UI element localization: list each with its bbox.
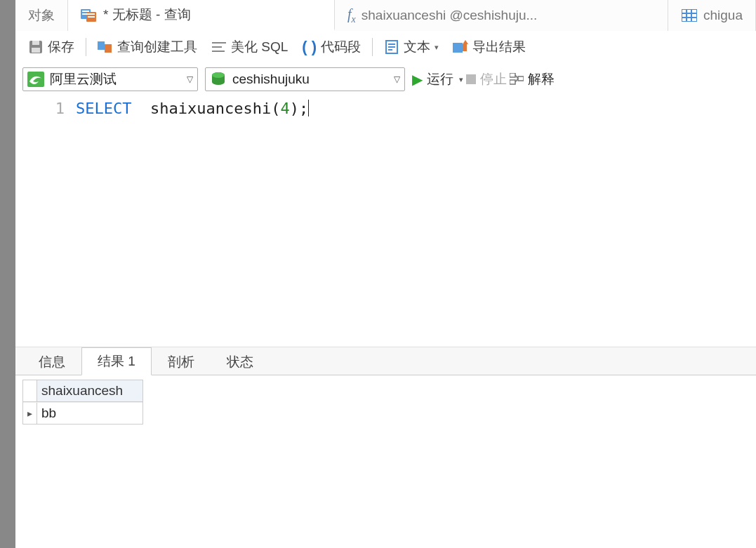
run-button[interactable]: ▶ 运行 ▾ — [412, 70, 463, 88]
result-tab-strip: 信息 结果 1 剖析 状态 — [15, 347, 756, 375]
dropdown-caret-icon: ▾ — [435, 43, 439, 52]
svg-rect-30 — [518, 76, 524, 81]
explain-button[interactable]: 解释 — [510, 70, 555, 88]
line-number: 1 — [15, 100, 65, 117]
tab-chigua-label: chigua — [703, 8, 743, 23]
query-builder-icon — [98, 39, 113, 55]
caret-icon: ▽ — [187, 74, 193, 84]
beautify-button[interactable]: 美化 SQL — [206, 35, 293, 59]
connection-icon — [27, 72, 44, 87]
save-icon — [28, 39, 44, 55]
line-gutter: 1 — [15, 95, 76, 347]
sql-number: 4 — [280, 100, 289, 117]
window-left-gutter — [0, 0, 15, 548]
result-cell[interactable]: bb — [37, 403, 142, 424]
semicolon: ; — [299, 100, 308, 117]
row-marker-icon: ▸ — [23, 403, 37, 424]
separator — [372, 38, 373, 56]
svg-rect-23 — [453, 43, 463, 53]
close-paren: ) — [290, 100, 299, 117]
paren-icon: ( ) — [302, 38, 317, 56]
tab-query-label: * 无标题 - 查询 — [103, 6, 191, 24]
export-icon — [453, 39, 468, 55]
explain-label: 解释 — [528, 70, 555, 88]
svg-rect-25 — [27, 72, 44, 87]
fx-icon: fx — [347, 6, 356, 25]
column-header[interactable]: shaixuancesh — [37, 380, 142, 401]
save-button[interactable]: 保存 — [22, 35, 80, 59]
stop-label: 停止 — [480, 70, 507, 88]
caret-icon: ▽ — [394, 74, 400, 84]
open-paren: ( — [271, 100, 280, 117]
text-icon — [384, 39, 399, 55]
code-area[interactable]: SELECT shaixuanceshi(4); — [76, 95, 756, 347]
table-icon — [681, 8, 698, 23]
tab-query[interactable]: * 无标题 - 查询 — [68, 0, 335, 31]
run-label: 运行 — [427, 70, 453, 88]
query-builder-label: 查询创建工具 — [117, 38, 197, 56]
svg-rect-28 — [510, 73, 515, 77]
svg-rect-6 — [682, 9, 697, 22]
text-cursor — [308, 100, 309, 116]
tab-result[interactable]: 结果 1 — [81, 347, 152, 375]
tab-status[interactable]: 状态 — [211, 348, 270, 375]
text-button[interactable]: 文本 ▾ — [378, 35, 444, 59]
play-icon: ▶ — [412, 71, 423, 88]
tab-info[interactable]: 信息 — [22, 348, 81, 375]
sql-keyword: SELECT — [76, 100, 131, 117]
svg-rect-5 — [88, 16, 95, 18]
connection-select[interactable]: 阿里云测试 ▽ — [22, 67, 198, 91]
tab-function-label: shaixuanceshi @ceshishuju... — [362, 8, 538, 23]
tab-objects[interactable]: 对象 — [15, 0, 68, 31]
tab-objects-label: 对象 — [28, 6, 55, 25]
explain-icon — [510, 73, 524, 86]
snippet-label: 代码段 — [321, 38, 361, 56]
snippet-button[interactable]: ( ) 代码段 — [296, 35, 366, 59]
sql-editor[interactable]: 1 SELECT shaixuanceshi(4); — [15, 95, 756, 347]
result-header-row: shaixuancesh — [23, 380, 142, 402]
toolbar: 保存 查询创建工具 美化 SQL ( ) 代码段 文本 ▾ — [15, 31, 756, 63]
tab-profile[interactable]: 剖析 — [152, 348, 211, 375]
stop-icon — [466, 74, 476, 84]
selector-row: 阿里云测试 ▽ ceshishujuku ▽ ▶ 运行 ▾ 停止 — [15, 63, 756, 95]
database-label: ceshishujuku — [232, 72, 388, 87]
text-label: 文本 — [404, 38, 430, 56]
database-select[interactable]: ceshishujuku ▽ — [205, 67, 405, 91]
row-marker-header — [23, 380, 37, 401]
svg-rect-4 — [88, 13, 95, 15]
caret-icon: ▾ — [459, 75, 463, 84]
connection-label: 阿里云测试 — [50, 70, 181, 88]
tab-function[interactable]: fx shaixuanceshi @ceshishuju... — [335, 0, 668, 31]
beautify-icon — [211, 39, 227, 55]
svg-rect-13 — [32, 48, 40, 53]
stop-button: 停止 — [466, 70, 507, 88]
export-button[interactable]: 导出结果 — [447, 35, 531, 59]
sql-function: shaixuanceshi — [150, 100, 271, 117]
separator — [86, 38, 86, 56]
svg-rect-2 — [82, 11, 89, 12]
export-label: 导出结果 — [472, 38, 526, 56]
top-tab-strip: 对象 * 无标题 - 查询 fx shaixuanceshi @ceshishu… — [15, 0, 756, 31]
query-builder-button[interactable]: 查询创建工具 — [92, 35, 203, 59]
result-row[interactable]: ▸ bb — [23, 402, 142, 424]
svg-rect-15 — [105, 44, 112, 53]
svg-rect-29 — [510, 80, 515, 84]
query-icon — [81, 7, 98, 22]
database-icon — [210, 72, 227, 87]
result-grid[interactable]: shaixuancesh ▸ bb — [22, 380, 143, 425]
svg-rect-12 — [32, 41, 39, 45]
beautify-label: 美化 SQL — [231, 38, 288, 56]
svg-rect-24 — [463, 44, 467, 51]
save-label: 保存 — [48, 38, 74, 56]
tab-chigua[interactable]: chigua — [668, 0, 756, 31]
svg-rect-14 — [98, 41, 105, 50]
result-area: shaixuancesh ▸ bb — [15, 375, 756, 548]
svg-point-27 — [212, 72, 225, 78]
